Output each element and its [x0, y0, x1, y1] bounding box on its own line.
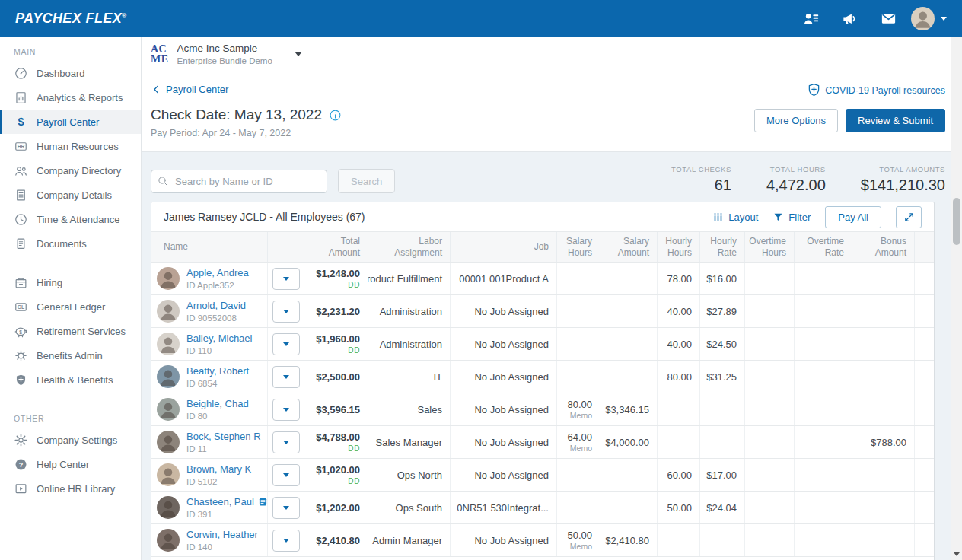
table-cell [268, 492, 304, 523]
pay-all-button[interactable]: Pay All [825, 206, 881, 228]
row-actions-dropdown[interactable] [272, 464, 300, 486]
table-cell [557, 262, 600, 294]
salary-hours: 64.00 [567, 431, 592, 443]
table-cell [600, 492, 658, 523]
sidebar-item-health-benefits[interactable]: Health & Benefits [0, 368, 141, 392]
sidebar-item-time-attendance[interactable]: Time & Attendance [0, 207, 141, 231]
employee-name-link[interactable]: Bock, Stephen R [186, 431, 261, 442]
column-header[interactable]: Salary Amount [600, 232, 658, 262]
column-header[interactable]: Name [151, 232, 268, 262]
employee-name-link[interactable]: Corwin, Heather [186, 529, 258, 540]
table-cell: IT [368, 361, 451, 393]
table-cell [658, 393, 700, 425]
employee-name-link[interactable]: Beighle, Chad [186, 398, 249, 409]
layout-button[interactable]: Layout [712, 212, 758, 223]
check-actions: More Options Review & Submit [754, 107, 945, 132]
employee-name-link[interactable]: Beatty, Robert [186, 365, 249, 377]
column-header[interactable]: Hourly Hours [658, 232, 700, 262]
table-cell: $17.00 [700, 459, 745, 491]
sidebar-item-hiring[interactable]: Hiring [0, 270, 141, 294]
megaphone-icon[interactable] [841, 10, 858, 27]
sidebar-item-payroll-center[interactable]: $Payroll Center [0, 110, 141, 134]
employee-name-link[interactable]: Arnold, David [186, 300, 246, 311]
table-cell [658, 524, 700, 556]
column-header[interactable]: Job [451, 232, 557, 262]
employee-rows: Apple, AndreaID Apple352$1,248.00DDProdu… [151, 262, 934, 557]
employee-info: Beatty, RobertID 6854 [186, 365, 249, 388]
payroll-icon: $ [14, 115, 28, 129]
sidebar-item-company-directory[interactable]: Company Directory [0, 158, 141, 183]
column-header[interactable] [268, 232, 304, 262]
row-actions-dropdown[interactable] [272, 301, 300, 323]
column-header[interactable]: Hourly Rate [700, 232, 745, 262]
review-submit-button[interactable]: Review & Submit [846, 109, 945, 132]
employee-name-link[interactable]: Brown, Mary K [186, 463, 251, 475]
sidebar-item-human-resources[interactable]: HRHuman Resources [0, 134, 141, 158]
employee-name-link[interactable]: Chasteen, Paul [186, 496, 254, 508]
table-cell: $3,596.15 [304, 393, 368, 425]
sidebar-item-benefits-admin[interactable]: Benefits Admin [0, 343, 141, 368]
scrollbar-thumb[interactable] [953, 198, 960, 245]
table-cell [700, 393, 745, 425]
total-amount: $1,202.00 [316, 502, 360, 514]
column-header[interactable]: Labor Assignment [368, 232, 451, 262]
table-cell: $3,346.15 [600, 393, 658, 425]
time-icon [14, 212, 28, 227]
table-cell: 00001 001Product A [451, 262, 557, 294]
covid-resources-link[interactable]: COVID-19 Payroll resources [806, 82, 945, 98]
column-header[interactable]: Overtime Hours [745, 232, 795, 262]
row-actions-dropdown[interactable] [272, 333, 300, 355]
row-actions-dropdown[interactable] [272, 366, 300, 388]
sidebar-item-label: Analytics & Reports [37, 92, 123, 103]
table-row: Beighle, ChadID 80$3,596.15SalesNo Job A… [151, 393, 934, 426]
sidebar-item-documents[interactable]: Documents [0, 231, 141, 256]
employee-name-link[interactable]: Apple, Andrea [186, 267, 249, 278]
table-cell [658, 426, 700, 458]
row-actions-dropdown[interactable] [272, 497, 300, 519]
more-options-button[interactable]: More Options [754, 109, 838, 132]
filter-label: Filter [788, 212, 811, 223]
search-button[interactable]: Search [338, 169, 395, 193]
row-actions-dropdown[interactable] [272, 530, 300, 552]
column-header[interactable] [915, 232, 934, 262]
note-icon[interactable] [258, 497, 268, 507]
user-avatar[interactable] [911, 7, 935, 30]
table-cell: 40.00 [658, 328, 700, 360]
sidebar-item-dashboard[interactable]: Dashboard [0, 61, 141, 85]
row-actions-dropdown[interactable] [272, 268, 300, 290]
sidebar-item-company-settings[interactable]: Company Settings [0, 428, 141, 452]
expand-table-button[interactable] [896, 206, 922, 228]
caret-down-icon [283, 441, 289, 444]
table-cell [795, 426, 852, 458]
table-cell [268, 328, 304, 360]
vertical-scrollbar[interactable] [951, 37, 962, 560]
documents-icon [14, 237, 28, 251]
column-header[interactable]: Salary Hours [557, 232, 600, 262]
top-bar: PAYCHEX FLEX® [0, 0, 962, 37]
mail-icon[interactable] [880, 10, 897, 27]
sidebar-item-help-center[interactable]: ?Help Center [0, 452, 141, 476]
column-header[interactable]: Total Amount [304, 232, 368, 262]
people-icon[interactable] [802, 10, 820, 27]
row-actions-dropdown[interactable] [272, 431, 300, 453]
user-menu[interactable] [911, 7, 947, 30]
column-header[interactable]: Bonus Amount [852, 232, 915, 262]
sidebar-item-analytics-reports[interactable]: Analytics & Reports [0, 85, 141, 110]
sidebar-item-retirement-services[interactable]: $Retirement Services [0, 319, 141, 343]
table-cell [915, 328, 934, 360]
breadcrumb-payroll-center[interactable]: Payroll Center [151, 84, 228, 95]
company-switcher[interactable]: ACME Acme Inc Sample Enterprise Bundle D… [151, 43, 302, 65]
info-icon[interactable] [329, 109, 342, 122]
search-input[interactable] [151, 170, 327, 193]
svg-text:GL: GL [18, 304, 24, 310]
sidebar-item-company-details[interactable]: Company Details [0, 183, 141, 207]
sidebar-item-general-ledger[interactable]: GLGeneral Ledger [0, 294, 141, 319]
job: No Job Assigned [474, 339, 549, 350]
caret-down-icon[interactable] [295, 52, 302, 56]
row-actions-dropdown[interactable] [272, 399, 300, 421]
sidebar-item-online-hr-library[interactable]: Online HR Library [0, 476, 141, 501]
column-header[interactable]: Overtime Rate [795, 232, 852, 262]
filter-button[interactable]: Filter [772, 212, 811, 223]
scrollbar-down-arrow[interactable] [954, 552, 960, 556]
employee-name-link[interactable]: Bailey, Michael [186, 332, 252, 344]
